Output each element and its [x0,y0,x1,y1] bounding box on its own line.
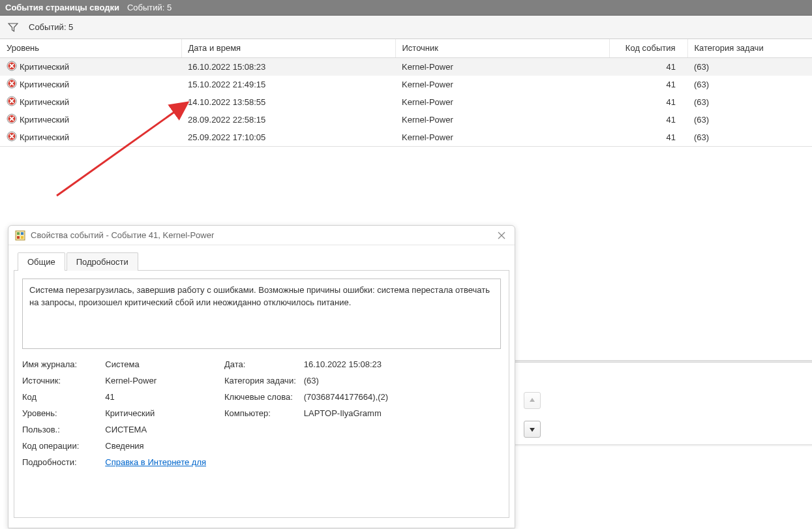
prev-event-button[interactable] [524,392,541,409]
label-level: Уровень: [22,408,97,418]
cell-datetime: 28.09.2022 22:58:15 [181,111,395,128]
error-icon [7,61,20,73]
value-keywords: (70368744177664),(2) [304,392,388,402]
label-date: Дата: [224,359,296,369]
window-title: События страницы сводки [5,3,119,12]
svg-rect-13 [21,232,23,235]
svg-rect-14 [17,236,20,239]
table-row[interactable]: Критический28.09.2022 22:58:15Kernel-Pow… [0,111,812,128]
event-details-grid: Имя журнала: Система Источник: Kernel-Po… [22,359,501,467]
cell-datetime: 15.10.2022 21:49:15 [181,76,395,93]
dialog-title-text: Свойства событий - Событие 41, Kernel-Po… [31,230,495,240]
label-task-category: Категория задачи: [224,376,296,385]
svg-rect-15 [21,236,23,239]
table-row[interactable]: Критический16.10.2022 15:08:23Kernel-Pow… [0,57,812,76]
event-nav-buttons [524,392,541,438]
col-datetime[interactable]: Дата и время [181,39,395,57]
table-row[interactable]: Критический25.09.2022 17:10:05Kernel-Pow… [0,128,812,146]
window-event-count: Событий: 5 [127,3,172,12]
link-online-help[interactable]: Справка в Интернете для [105,457,224,467]
cell-datetime: 16.10.2022 15:08:23 [181,57,395,76]
col-level[interactable]: Уровень [0,39,181,57]
value-task-category: (63) [304,376,388,385]
cell-event-id: 41 [609,128,687,146]
error-icon [7,78,20,91]
label-computer: Компьютер: [224,408,296,418]
separator [514,444,812,446]
cell-task-category: (63) [687,57,812,76]
tab-general[interactable]: Общие [18,252,65,271]
cell-task-category: (63) [687,111,812,128]
value-date: 16.10.2022 15:08:23 [304,359,388,369]
col-source[interactable]: Источник [395,39,609,57]
toolbar: Событий: 5 [0,16,812,39]
cell-level: Критический [20,62,69,72]
col-event-id[interactable]: Код события [609,39,687,57]
table-row[interactable]: Критический15.10.2022 21:49:15Kernel-Pow… [0,76,812,93]
value-level: Критический [105,408,224,418]
value-event-id: 41 [105,392,224,402]
dialog-title-bar[interactable]: Свойства событий - Событие 41, Kernel-Po… [8,226,515,245]
error-icon [7,113,20,126]
toolbar-count: Событий: 5 [29,22,73,32]
cell-task-category: (63) [687,128,812,146]
cell-event-id: 41 [609,93,687,111]
window-title-bar: События страницы сводки Событий: 5 [0,0,812,16]
cell-datetime: 14.10.2022 13:58:55 [181,93,395,111]
cell-datetime: 25.09.2022 17:10:05 [181,128,395,146]
arrow-down-icon [528,425,536,433]
label-user: Пользов.: [22,425,97,434]
tab-panel-general: Система перезагрузилась, завершив работу… [14,270,509,518]
dialog-tabs: Общие Подробности [18,252,509,270]
error-icon [7,96,20,108]
value-source: Kernel-Power [105,376,224,385]
filter-icon[interactable] [8,22,18,33]
next-event-button[interactable] [524,421,541,438]
cell-level: Критический [20,97,69,107]
dialog-app-icon [15,230,25,241]
arrow-up-icon [528,397,536,404]
cell-task-category: (63) [687,76,812,93]
label-opcode: Код операции: [22,441,97,451]
value-user: СИСТЕМА [105,425,224,434]
cell-event-id: 41 [609,76,687,93]
table-row[interactable]: Критический14.10.2022 13:58:55Kernel-Pow… [0,93,812,111]
value-log-name: Система [105,359,224,369]
value-computer: LAPTOP-IlyaGramm [304,408,388,418]
events-table: Уровень Дата и время Источник Код событи… [0,39,812,147]
cell-source: Kernel-Power [395,128,609,146]
cell-source: Kernel-Power [395,93,609,111]
cell-level: Критический [20,80,69,89]
label-keywords: Ключевые слова: [224,392,296,402]
value-opcode: Сведения [105,441,224,451]
label-log-name: Имя журнала: [22,359,97,369]
cell-event-id: 41 [609,57,687,76]
separator [514,360,812,363]
label-moreinfo: Подробности: [22,457,97,467]
col-task-category[interactable]: Категория задачи [687,39,812,57]
cell-source: Kernel-Power [395,76,609,93]
cell-task-category: (63) [687,93,812,111]
cell-level: Критический [20,115,69,125]
cell-source: Kernel-Power [395,57,609,76]
label-source: Источник: [22,376,97,385]
event-properties-dialog: Свойства событий - Событие 41, Kernel-Po… [8,225,515,528]
table-header-row: Уровень Дата и время Источник Код событи… [0,39,812,57]
tab-details[interactable]: Подробности [67,252,138,271]
cell-source: Kernel-Power [395,111,609,128]
close-icon[interactable] [495,229,508,242]
error-icon [7,131,20,144]
cell-level: Критический [20,132,69,142]
svg-rect-12 [17,232,20,235]
label-event-id: Код [22,392,97,402]
event-description: Система перезагрузилась, завершив работу… [22,279,501,349]
cell-event-id: 41 [609,111,687,128]
